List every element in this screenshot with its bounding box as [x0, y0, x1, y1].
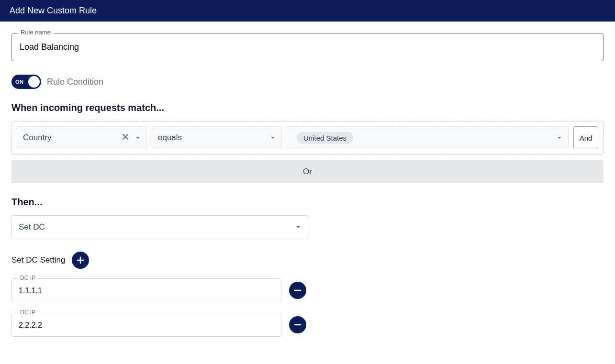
- dc-ip-label: DC IP: [18, 275, 38, 281]
- dc-ip-input[interactable]: [12, 279, 281, 302]
- when-title: When incoming requests match...: [11, 102, 604, 113]
- condition-field-value: Country: [23, 133, 52, 143]
- add-dc-button[interactable]: [72, 252, 89, 269]
- or-button[interactable]: Or: [11, 160, 604, 183]
- remove-dc-button[interactable]: [289, 282, 306, 299]
- minus-icon: [293, 320, 302, 329]
- action-select[interactable]: Set DC: [11, 215, 308, 239]
- chevron-down-icon: [557, 135, 562, 141]
- rule-name-input[interactable]: [12, 33, 603, 61]
- condition-field-select[interactable]: Country: [17, 126, 147, 149]
- dc-list: DC IP DC IP: [11, 278, 604, 337]
- condition-value-chip: United States: [297, 132, 353, 144]
- condition-operator-value: equals: [158, 133, 182, 143]
- toggle-knob: [28, 76, 40, 88]
- dc-ip-input[interactable]: [12, 313, 281, 336]
- dc-setting-label: Set DC Setting: [11, 255, 65, 265]
- action-value: Set DC: [19, 222, 45, 232]
- plus-icon: [76, 256, 85, 265]
- chevron-down-icon: [295, 224, 301, 230]
- remove-dc-button[interactable]: [289, 316, 306, 333]
- dc-ip-field: DC IP: [11, 278, 281, 302]
- rule-name-label: Rule name: [18, 29, 54, 36]
- and-label: And: [580, 134, 593, 142]
- dc-ip-label: DC IP: [18, 309, 38, 316]
- condition-value-select[interactable]: United States: [287, 126, 569, 149]
- then-title: Then...: [11, 197, 604, 208]
- page-header: Add New Custom Rule: [0, 0, 615, 22]
- toggle-state-text: ON: [15, 79, 24, 85]
- and-button[interactable]: And: [573, 126, 598, 149]
- chevron-down-icon: [270, 135, 276, 141]
- clear-field-icon[interactable]: [122, 133, 129, 143]
- or-label: Or: [303, 167, 312, 176]
- chevron-down-icon: [135, 135, 141, 141]
- dc-ip-field: DC IP: [11, 313, 281, 337]
- rule-name-field-wrapper: Rule name: [11, 33, 604, 61]
- conditions-container: Country equals United States And: [11, 121, 604, 154]
- dc-row: DC IP: [11, 313, 604, 337]
- condition-operator-select[interactable]: equals: [152, 126, 282, 149]
- rule-condition-toggle[interactable]: ON: [11, 75, 41, 89]
- rule-condition-label: Rule Condition: [47, 77, 103, 87]
- dc-row: DC IP: [11, 278, 604, 302]
- minus-icon: [293, 286, 302, 295]
- page-title: Add New Custom Rule: [10, 6, 97, 15]
